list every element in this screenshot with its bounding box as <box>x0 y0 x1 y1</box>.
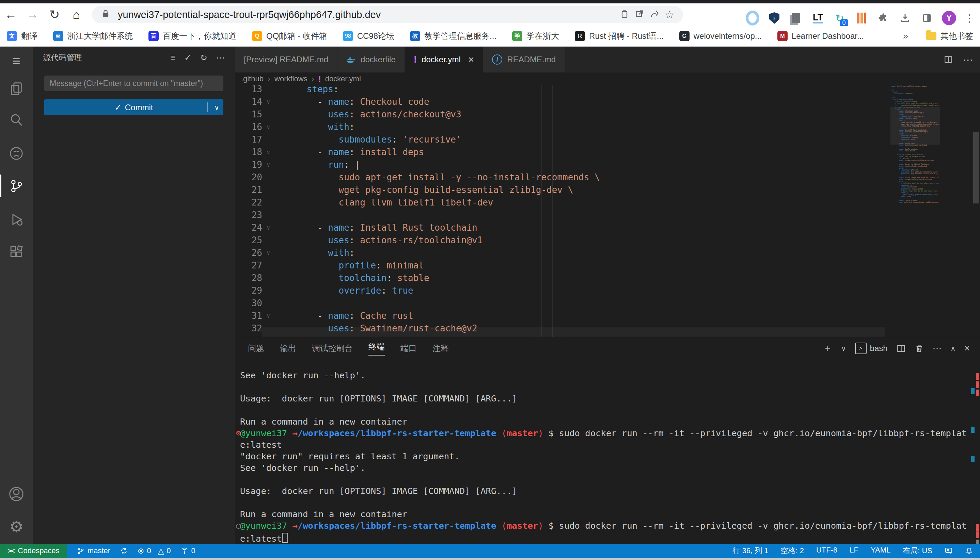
bookmark-item[interactable]: 98CC98论坛 <box>343 31 394 42</box>
code-line[interactable]: 19∨ run: | <box>235 158 890 171</box>
extension-shield-icon[interactable]: › <box>768 11 781 25</box>
status-item[interactable]: 空格: 2 <box>781 546 804 556</box>
run-debug-icon[interactable] <box>0 207 33 232</box>
code-line[interactable]: 14∨ - name: Checkout code <box>235 96 890 108</box>
open-in-new-icon[interactable] <box>632 9 647 20</box>
code-line[interactable]: 15 uses: actions/checkout@v3 <box>235 108 890 121</box>
remote-indicator[interactable]: >< Codespaces <box>0 544 67 558</box>
refresh-icon[interactable]: ↻ <box>200 53 207 63</box>
bookmark-item[interactable]: ✉浙江大学邮件系统 <box>53 31 133 42</box>
code-line[interactable]: 13 steps: <box>235 85 890 96</box>
code-line[interactable]: 25 uses: actions-rs/toolchain@v1 <box>235 234 890 247</box>
bookmark-star-icon[interactable]: ☆ <box>662 8 677 21</box>
commit-button[interactable]: ✓ Commit ∨ <box>44 99 223 115</box>
extensions-icon[interactable] <box>0 240 33 264</box>
status-item[interactable]: 行 36, 列 1 <box>732 546 768 556</box>
back-button[interactable]: ← <box>0 7 22 22</box>
feedback-icon[interactable] <box>945 547 953 555</box>
maximize-panel-icon[interactable]: ∧ <box>951 344 956 352</box>
bookmark-item[interactable]: Gweloveinterns/op... <box>679 31 762 41</box>
terminal-output[interactable]: See 'docker run --help'.Usage: docker ru… <box>240 370 972 543</box>
breadcrumb[interactable]: .github›workflows›!docker.yml <box>235 72 980 85</box>
side-panel-icon[interactable] <box>920 11 934 25</box>
extension-copy-icon[interactable] <box>789 11 803 25</box>
extension-ring-icon[interactable] <box>746 11 759 25</box>
split-terminal-icon[interactable] <box>896 344 906 353</box>
bookmark-item[interactable]: 文翻译 <box>7 31 37 42</box>
close-icon[interactable]: × <box>468 54 474 65</box>
account-icon[interactable] <box>0 482 33 506</box>
save-to-device-icon[interactable] <box>617 9 632 20</box>
code-line[interactable]: 29 override: true <box>235 284 890 297</box>
code-line[interactable]: 16∨ with: <box>235 121 890 133</box>
explorer-icon[interactable] <box>0 77 33 101</box>
downloads-icon[interactable] <box>898 11 912 25</box>
code-line[interactable]: 20 sudo apt-get install -y --no-install-… <box>235 171 890 184</box>
view-sort-icon[interactable]: ≡ <box>171 53 176 63</box>
editor-tab[interactable]: [Preview] README.md <box>235 47 338 72</box>
panel-more-icon[interactable]: ⋯ <box>933 343 942 354</box>
editor-tab[interactable]: iREADME.md <box>483 47 565 72</box>
commit-dropdown-icon[interactable]: ∨ <box>214 103 219 112</box>
source-control-icon[interactable] <box>0 174 33 198</box>
share-icon[interactable] <box>647 9 662 20</box>
bookmark-item[interactable]: 百百度一下，你就知道 <box>149 31 236 42</box>
code-line[interactable]: 21 wget pkg-config build-essential zlib1… <box>235 184 890 196</box>
code-editor[interactable]: 13 steps:14∨ - name: Checkout code15 use… <box>235 85 890 337</box>
split-editor-icon[interactable] <box>944 55 953 64</box>
more-actions-icon[interactable]: ⋯ <box>216 53 225 63</box>
status-item[interactable]: 布局: US <box>903 546 932 556</box>
bookmark-item[interactable]: 学学在浙大 <box>512 31 559 42</box>
bookmark-item[interactable]: QQQ邮箱 - 收件箱 <box>252 31 327 42</box>
minimap-slider[interactable] <box>890 107 940 145</box>
github-icon[interactable] <box>0 141 33 166</box>
close-panel-icon[interactable]: × <box>964 343 970 354</box>
panel-tab[interactable]: 输出 <box>280 337 296 360</box>
url-bar[interactable]: yunwei37-potential-space-trout-rpr5qwj66… <box>92 6 683 23</box>
commit-message-input[interactable]: Message (Ctrl+Enter to commit on "master… <box>44 75 223 91</box>
bookmark-item[interactable]: RRust 招聘 - Rust语... <box>575 31 664 42</box>
terminal-dropdown-icon[interactable]: ∨ <box>841 344 846 352</box>
panel-tab[interactable]: 终端 <box>368 337 385 360</box>
editor-tab[interactable]: !docker.yml× <box>405 47 483 72</box>
problems-indicator[interactable]: ⊗ 0 △ 0 <box>137 547 171 556</box>
languagetool-icon[interactable]: LT <box>811 11 825 25</box>
code-line[interactable]: 28 toolchain: stable <box>235 272 890 284</box>
browser-menu-icon[interactable]: ⋮ <box>964 12 975 24</box>
status-item[interactable]: LF <box>850 546 858 556</box>
breadcrumb-item[interactable]: workflows <box>274 75 308 83</box>
new-terminal-icon[interactable]: ＋ <box>823 342 832 355</box>
editor-tab[interactable]: dockerfile <box>338 47 405 72</box>
bookmarks-overflow-icon[interactable]: » <box>903 31 908 42</box>
panel-tab[interactable]: 端口 <box>400 337 417 360</box>
code-line[interactable]: 17 submodules: 'recursive' <box>235 133 890 146</box>
code-line[interactable]: 27 profile: minimal <box>235 259 890 272</box>
extensions-puzzle-icon[interactable] <box>876 11 890 25</box>
breadcrumb-item[interactable]: docker.yml <box>325 75 361 83</box>
panel-tab[interactable]: 注释 <box>432 337 449 360</box>
panel-tab[interactable]: 调试控制台 <box>312 337 353 360</box>
shell-selector[interactable]: > bash <box>855 343 888 354</box>
status-item[interactable]: YAML <box>871 546 890 556</box>
sync-extension-icon[interactable]: ↻0 <box>833 11 846 25</box>
ports-indicator[interactable]: 0 <box>181 547 196 555</box>
editor-more-icon[interactable]: ⋯ <box>963 54 974 66</box>
code-line[interactable]: 30 <box>235 297 890 310</box>
code-line[interactable]: 32 uses: Swatinem/rust-cache@v2 <box>235 322 890 335</box>
kill-terminal-icon[interactable] <box>915 344 924 353</box>
commit-check-icon[interactable]: ✓ <box>184 53 191 63</box>
forward-button[interactable]: → <box>22 7 43 22</box>
pencils-extension-icon[interactable] <box>855 11 868 25</box>
code-line[interactable]: 31∨ - name: Cache rust <box>235 310 890 322</box>
editor-scrollbar[interactable] <box>973 85 980 337</box>
panel-tab[interactable]: 问题 <box>248 337 264 360</box>
home-button[interactable]: ⌂ <box>65 7 87 22</box>
scrollbar-thumb[interactable] <box>973 132 979 203</box>
code-line[interactable]: 18∨ - name: install deps <box>235 146 890 158</box>
search-icon[interactable] <box>0 108 33 132</box>
branch-indicator[interactable]: master <box>77 547 110 555</box>
settings-gear-icon[interactable]: ⚙ <box>0 514 33 539</box>
bell-icon[interactable] <box>965 547 973 555</box>
code-line[interactable]: 23 <box>235 209 890 222</box>
bookmark-item[interactable]: 教教学管理信息服务... <box>410 31 497 42</box>
